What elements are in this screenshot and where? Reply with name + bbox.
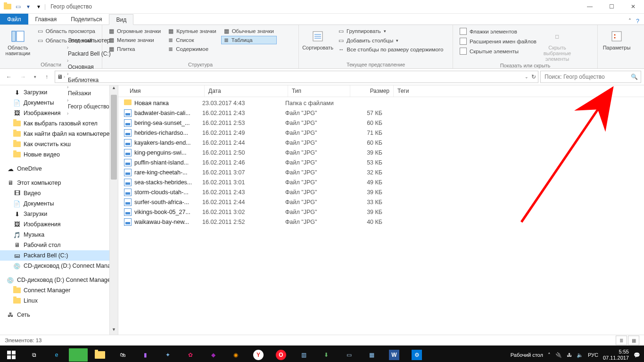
col-date[interactable]: Дата [205,85,288,97]
view-details[interactable]: ≣Таблица [221,36,277,44]
column-headers[interactable]: Имя Дата Тип Размер Теги [118,85,644,97]
maximize-button[interactable]: ☐ [601,0,622,13]
file-row[interactable]: storm-clouds-utah-...16.02.2011 2:43Файл… [118,187,644,197]
help-icon[interactable]: ? [636,18,639,25]
col-type[interactable]: Тип [288,85,350,97]
ribbon-collapse-icon[interactable]: ˄ [628,18,631,25]
close-button[interactable]: ✕ [622,0,644,13]
view-m-icons[interactable]: ▦Обычные значки [221,27,277,35]
file-row[interactable]: surfer-south-africa-...16.02.2011 2:44Фа… [118,197,644,207]
taskbar-app7-icon[interactable]: ▥ [292,346,315,362]
view-list[interactable]: ≣Список [165,36,219,44]
nav-tree[interactable]: ⬇Загрузки📄Документы🖼ИзображенияКак выбра… [0,85,118,335]
recent-locations-button[interactable]: ▾ [31,71,39,83]
tree-item[interactable]: Как очистить кэш [0,139,118,149]
tree-item[interactable]: 🖼Изображения [0,108,118,118]
tree-item[interactable]: Linux [0,296,118,306]
show-desktop-label[interactable]: Рабочий стол [511,352,543,358]
minimize-button[interactable]: — [579,0,601,13]
tab-home[interactable]: Главная [28,14,64,25]
qat-properties-icon[interactable]: ▭ [13,2,23,11]
view-s-icons[interactable]: ▦Мелкие значки [106,36,164,44]
tray-clock[interactable]: 5:55 07.11.2017 [603,349,629,361]
breadcrumb-item[interactable]: Библиотека [66,77,113,83]
scroll-thumb[interactable] [111,95,117,180]
address-bar[interactable]: 🖥 › Этот компьютер›Packard Bell (C:)›Осн… [55,71,538,83]
addr-dropdown-icon[interactable]: ⌄ [525,74,528,79]
tree-item[interactable]: 💿CD-дисковод (D:) Connect Manager [0,275,118,285]
start-button[interactable] [0,346,23,362]
nav-pane-button[interactable]: Область навигации [4,27,32,56]
taskbar-app2-icon[interactable]: ▮ [134,346,157,362]
refresh-button[interactable]: ↻ [531,74,536,80]
size-columns-button[interactable]: ↔Все столбцы по размеру содержимого [336,46,446,53]
options-button[interactable]: Параметры [602,27,632,50]
file-row[interactable]: vikings-book-05_27...16.02.2011 3:02Файл… [118,207,644,217]
col-tags[interactable]: Теги [394,85,439,97]
taskbar-app4-icon[interactable]: ✿ [179,346,202,362]
tree-item[interactable]: 📄Документы [0,198,118,209]
search-box[interactable]: 🔍 [540,71,641,83]
breadcrumb-item[interactable]: Packard Bell (C:) [66,50,113,57]
chk-extensions[interactable]: Расширения имен файлов [457,37,539,46]
taskbar-app10-icon[interactable]: ▦ [360,346,383,362]
file-row[interactable]: badwater-basin-cali...16.02.2011 2:43Фай… [118,108,644,118]
view-xl-icons[interactable]: ▦Огромные значки [106,27,164,35]
breadcrumb-sep-icon[interactable]: › [66,58,69,63]
file-row[interactable]: kayakers-lands-end...16.02.2011 2:44Файл… [118,138,644,148]
tree-scrollbar[interactable]: ▲ ▼ [109,85,118,335]
breadcrumb-sep-icon[interactable]: › [66,71,69,76]
scroll-down-icon[interactable]: ▼ [110,327,118,335]
qat-dropdown-icon[interactable]: ▾ [34,2,43,11]
view-l-icons[interactable]: ▦Крупные значки [165,27,219,35]
scroll-up-icon[interactable]: ▲ [110,85,118,93]
tree-item[interactable]: 📄Документы [0,98,118,108]
col-name[interactable]: Имя [118,85,205,97]
forward-button[interactable]: → [17,71,29,83]
qat-new-folder-icon[interactable]: ▾ [24,2,33,11]
file-row[interactable]: waikawau-bay-new...16.02.2011 2:52Файл "… [118,217,644,227]
taskbar-explorer-icon[interactable] [89,346,111,362]
taskbar-edge-icon[interactable]: e [45,346,68,362]
tree-item[interactable]: 🖴Packard Bell (C:) [0,250,118,261]
tab-view[interactable]: Вид [109,14,133,25]
file-row[interactable]: king-penguins-swi...16.02.2011 2:50Файл … [118,148,644,157]
tab-share[interactable]: Поделиться [64,14,109,25]
tree-item[interactable]: 🖥Рабочий стол [0,240,118,250]
tray-volume-icon[interactable]: 🔈 [577,352,583,358]
tree-item[interactable]: 🖧Сеть [0,310,118,320]
status-view-thumb-icon[interactable]: ▦ [628,336,639,345]
taskbar-app3-icon[interactable]: ✦ [157,346,179,362]
view-content[interactable]: ≣Содержимое [165,45,219,53]
file-row[interactable]: puffin-shiant-island...16.02.2011 2:46Фа… [118,157,644,167]
breadcrumb-item[interactable]: Основная [66,64,113,70]
file-row[interactable]: hebrides-richardso...16.02.2011 2:49Файл… [118,128,644,138]
tray-power-icon[interactable]: 🔌 [555,352,562,358]
tray-notifications-icon[interactable]: 💬 [634,352,640,358]
tree-item[interactable]: 🎵Музыка [0,230,118,240]
tree-item[interactable]: Как найти файл на компьютере [0,129,118,139]
file-row[interactable]: rare-king-cheetah-...16.02.2011 3:07Файл… [118,167,644,177]
tree-item[interactable]: 🖼Изображения [0,219,118,230]
col-size[interactable]: Размер [350,85,394,97]
taskbar-app8-icon[interactable]: ⬇ [315,346,338,362]
taskbar-app9-icon[interactable]: ▭ [338,346,360,362]
taskbar-word-icon[interactable]: W [383,346,405,362]
search-input[interactable] [544,73,631,81]
tree-item[interactable]: Как выбрать газовый котел [0,118,118,129]
taskbar-app1-icon[interactable] [69,348,88,362]
breadcrumb-item[interactable]: Этот компьютер [66,37,113,44]
tree-item[interactable]: ☁OneDrive [0,164,118,174]
tray-network-icon[interactable]: 🖧 [567,352,572,358]
tree-item[interactable]: Новые видео [0,149,118,160]
group-by-button[interactable]: ▭Группировать▾ [336,27,446,35]
add-columns-button[interactable]: ▭Добавить столбцы▾ [336,36,446,45]
tab-file[interactable]: Файл [0,14,28,25]
back-button[interactable]: ← [3,71,15,83]
up-button[interactable]: ↑ [41,71,53,83]
taskbar[interactable]: ⧉ e 🛍 ▮ ✦ ✿ ◆ ◉ Y O ▥ ⬇ ▭ ▦ W ⚙ Рабочий … [0,346,644,362]
tree-item[interactable]: ⬇Загрузки [0,209,118,219]
taskbar-yandex-icon[interactable]: Y [247,346,270,362]
taskbar-app6-icon[interactable]: ◉ [224,346,247,362]
tree-item[interactable]: Connect Manager [0,285,118,296]
